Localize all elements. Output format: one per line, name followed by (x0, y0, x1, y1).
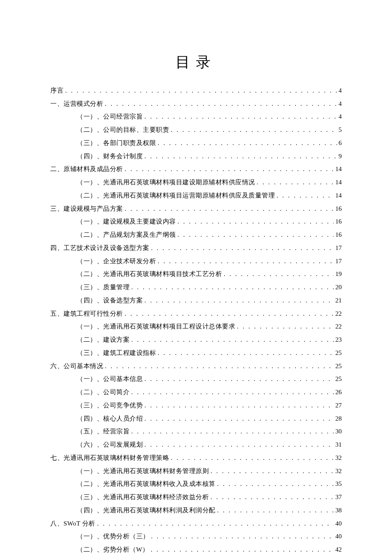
toc-leader-dots: . . . . . . . . . . . . . . . . . . . . … (217, 504, 334, 517)
toc-entry-page: 17 (335, 255, 342, 268)
toc-entry-page: 16 (335, 215, 342, 228)
toc-entry: 八、SWoT 分析. . . . . . . . . . . . . . . .… (50, 517, 342, 530)
toc-leader-dots: . . . . . . . . . . . . . . . . . . . . … (151, 543, 334, 555)
toc-entry-page: 30 (335, 425, 342, 438)
toc-entry-label: 六、公司基本情况 (50, 360, 103, 373)
toc-entry-label: 三、建设规模与产品方案 (50, 202, 123, 215)
toc-entry: （六）、公司发展规划. . . . . . . . . . . . . . . … (77, 438, 342, 451)
document-page: 目录 序言. . . . . . . . . . . . . . . . . .… (0, 0, 392, 555)
toc-leader-dots: . . . . . . . . . . . . . . . . . . . . … (131, 386, 334, 399)
toc-entry-label: （二）、公司简介 (77, 386, 130, 399)
toc-entry: （三）、光通讯用石英玻璃材料经济效益分析. . . . . . . . . . … (77, 491, 342, 504)
toc-entry: （二）、建设方案. . . . . . . . . . . . . . . . … (77, 333, 342, 346)
toc-entry: 序言. . . . . . . . . . . . . . . . . . . … (50, 84, 342, 97)
toc-leader-dots: . . . . . . . . . . . . . . . . . . . . … (105, 360, 334, 373)
toc-entry-page: 4 (339, 97, 342, 110)
toc-entry-label: （六）、公司发展规划 (77, 438, 143, 451)
toc-leader-dots: . . . . . . . . . . . . . . . . . . . . … (158, 346, 334, 360)
toc-entry-label: （三）、光通讯用石英玻璃材料经济效益分析 (77, 491, 209, 504)
toc-leader-dots: . . . . . . . . . . . . . . . . . . . . … (171, 451, 334, 465)
toc-entry: （四）、核心人员介绍. . . . . . . . . . . . . . . … (77, 412, 342, 425)
toc-entry-label: 序言 (50, 84, 63, 97)
toc-entry-page: 21 (335, 294, 342, 307)
toc-entry: （四）、财务会计制度. . . . . . . . . . . . . . . … (77, 150, 342, 163)
toc-entry: （一）、光通讯用石英玻璃材料财务管理原则. . . . . . . . . . … (77, 465, 342, 478)
toc-entry-label: （二）、建设方案 (77, 333, 130, 346)
toc-entry-page: 4 (339, 84, 342, 97)
toc-entry-label: （二）、光通讯用石英玻璃材料收入及成本核算 (77, 477, 216, 491)
toc-leader-dots: . . . . . . . . . . . . . . . . . . . . … (277, 189, 334, 202)
toc-entry-label: 四、工艺技术设计及设备选型方案 (50, 241, 150, 255)
toc-list: 序言. . . . . . . . . . . . . . . . . . . … (50, 84, 342, 555)
toc-entry-label: （一）、公司经营宗旨 (77, 110, 143, 123)
toc-entry: 七、光通讯用石英玻璃材料财务管理策略. . . . . . . . . . . … (50, 451, 342, 465)
toc-leader-dots: . . . . . . . . . . . . . . . . . . . . … (257, 176, 334, 189)
toc-entry-label: 一、运营模式分析 (50, 97, 103, 110)
toc-leader-dots: . . . . . . . . . . . . . . . . . . . . … (178, 215, 334, 228)
toc-leader-dots: . . . . . . . . . . . . . . . . . . . . … (144, 399, 334, 412)
toc-entry-label: 八、SWoT 分析 (50, 517, 95, 530)
toc-entry-page: 25 (335, 360, 342, 373)
toc-entry: （四）、设备选型方案. . . . . . . . . . . . . . . … (77, 294, 342, 307)
toc-leader-dots: . . . . . . . . . . . . . . . . . . . . … (131, 281, 334, 294)
toc-entry-label: （二）、劣势分析（W） (77, 543, 149, 555)
toc-entry-page: 9 (339, 150, 342, 163)
toc-entry: （四）、光通讯用石英玻璃材料利润及利润分配. . . . . . . . . .… (77, 504, 342, 517)
toc-entry: （二）、劣势分析（W）. . . . . . . . . . . . . . .… (77, 543, 342, 555)
toc-entry-page: 26 (335, 386, 342, 399)
toc-entry-label: （三）、各部门职责及权限 (77, 137, 156, 150)
toc-entry: 一、运营模式分析. . . . . . . . . . . . . . . . … (50, 97, 342, 110)
toc-leader-dots: . . . . . . . . . . . . . . . . . . . . … (158, 255, 334, 268)
toc-entry-label: （一）、光通讯用石英玻璃材料项目建设期原辅材料供应情况 (77, 176, 255, 189)
toc-title: 目录 (50, 52, 342, 72)
toc-entry-page: 14 (335, 163, 342, 176)
toc-entry-page: 17 (335, 241, 342, 255)
toc-entry-label: （四）、光通讯用石英玻璃材料利润及利润分配 (77, 504, 216, 517)
toc-entry-label: 七、光通讯用石英玻璃材料财务管理策略 (50, 451, 169, 465)
toc-entry: （三）、公司竞争优势. . . . . . . . . . . . . . . … (77, 399, 342, 412)
toc-entry-label: （四）、设备选型方案 (77, 294, 143, 307)
toc-entry: （一）、光通讯用石英玻璃材料项目工程设计总体要求. . . . . . . . … (77, 320, 342, 333)
toc-entry-label: 五、建筑工程可行性分析 (50, 307, 123, 320)
toc-entry-page: 32 (335, 451, 342, 465)
toc-entry-page: 28 (335, 412, 342, 425)
toc-leader-dots: . . . . . . . . . . . . . . . . . . . . … (144, 438, 334, 451)
toc-entry-page: 40 (335, 517, 342, 530)
toc-leader-dots: . . . . . . . . . . . . . . . . . . . . … (131, 333, 334, 346)
toc-entry-page: 25 (335, 346, 342, 360)
toc-leader-dots: . . . . . . . . . . . . . . . . . . . . … (224, 267, 334, 281)
toc-entry: （五）、经营宗旨. . . . . . . . . . . . . . . . … (77, 425, 342, 438)
toc-entry-label: （三）、公司竞争优势 (77, 399, 143, 412)
toc-entry-page: 20 (335, 281, 342, 294)
toc-entry-page: 19 (335, 267, 342, 281)
toc-entry-page: 32 (335, 465, 342, 478)
toc-entry: （一）、企业技术研发分析. . . . . . . . . . . . . . … (77, 255, 342, 268)
toc-entry-page: 6 (339, 137, 342, 150)
toc-leader-dots: . . . . . . . . . . . . . . . . . . . . … (125, 202, 334, 215)
toc-leader-dots: . . . . . . . . . . . . . . . . . . . . … (144, 150, 337, 163)
toc-leader-dots: . . . . . . . . . . . . . . . . . . . . … (125, 307, 334, 320)
toc-entry-label: （二）、光通讯用石英玻璃材料项目技术工艺分析 (77, 267, 222, 281)
toc-leader-dots: . . . . . . . . . . . . . . . . . . . . … (131, 425, 334, 438)
toc-entry: （一）、光通讯用石英玻璃材料项目建设期原辅材料供应情况. . . . . . .… (77, 176, 342, 189)
toc-entry: （二）、光通讯用石英玻璃材料项目运营期原辅材料供应及质量管理. . . . . … (77, 189, 342, 202)
toc-entry-label: （四）、核心人员介绍 (77, 412, 143, 425)
toc-entry-label: 二、原辅材料及成品分析 (50, 163, 123, 176)
toc-entry-page: 23 (335, 333, 342, 346)
toc-entry-label: （一）、公司基本信息 (77, 372, 143, 386)
toc-entry-page: 22 (335, 320, 342, 333)
toc-entry: （二）、公司的目标、主要职责. . . . . . . . . . . . . … (77, 123, 342, 137)
toc-entry: 二、原辅材料及成品分析. . . . . . . . . . . . . . .… (50, 163, 342, 176)
toc-entry-page: 14 (335, 176, 342, 189)
toc-entry-page: 14 (335, 189, 342, 202)
toc-entry-label: （一）、光通讯用石英玻璃材料项目工程设计总体要求 (77, 320, 235, 333)
toc-entry-page: 5 (339, 123, 342, 137)
toc-entry-page: 25 (335, 372, 342, 386)
toc-entry: （一）、优势分析（三）. . . . . . . . . . . . . . .… (77, 530, 342, 543)
toc-leader-dots: . . . . . . . . . . . . . . . . . . . . … (105, 97, 337, 110)
toc-entry-label: （一）、优势分析（三） (77, 530, 150, 543)
toc-entry-page: 37 (335, 491, 342, 504)
toc-leader-dots: . . . . . . . . . . . . . . . . . . . . … (178, 228, 334, 241)
toc-entry: （一）、建设规模及主要建设内容. . . . . . . . . . . . .… (77, 215, 342, 228)
toc-entry: （三）、质量管理. . . . . . . . . . . . . . . . … (77, 281, 342, 294)
